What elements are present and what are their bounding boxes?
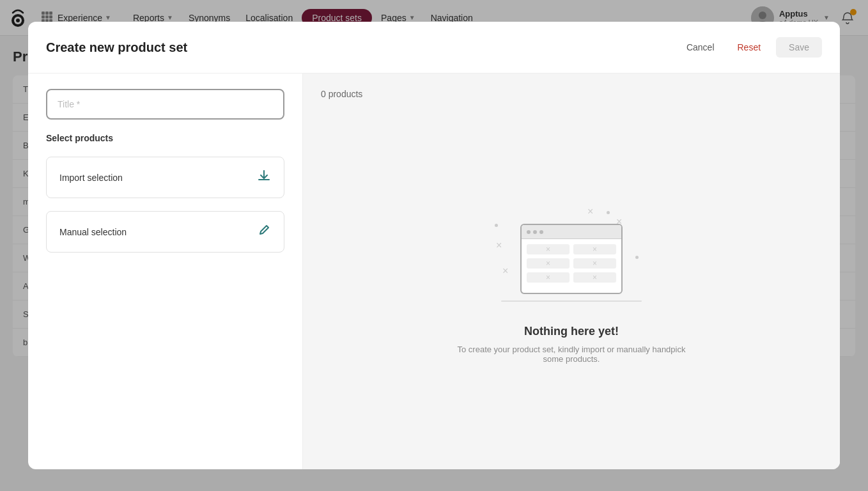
modal-title: Create new product set [46, 40, 187, 55]
modal-body: Select products Import selection Manual … [28, 74, 840, 469]
modal-header: Create new product set Cancel Reset Save [28, 22, 840, 74]
browser-cell4: × [573, 258, 616, 269]
deco-dot1 [495, 224, 498, 227]
cell-x3: × [546, 259, 550, 268]
browser-body: × × × × × × [522, 239, 621, 288]
download-icon [257, 169, 271, 186]
products-count: 0 products [321, 89, 362, 99]
right-panel: 0 products × × × × [303, 74, 840, 469]
manual-selection-card[interactable]: Manual selection [46, 211, 284, 253]
import-selection-card[interactable]: Import selection [46, 157, 284, 198]
cell-x4: × [593, 259, 597, 268]
create-product-set-modal: Create new product set Cancel Reset Save… [28, 22, 840, 469]
browser-cell3: × [527, 258, 570, 269]
left-panel: Select products Import selection Manual … [28, 74, 303, 469]
manual-selection-label: Manual selection [59, 227, 127, 237]
cell-x1: × [546, 245, 550, 254]
save-button[interactable]: Save [776, 37, 822, 58]
modal-actions: Cancel Reset Save [679, 37, 822, 58]
edit-icon [257, 223, 271, 240]
browser-cell6: × [573, 272, 616, 283]
select-products-label: Select products [46, 132, 284, 144]
browser-top-bar [522, 225, 621, 239]
browser-window: × × × × × × [520, 224, 623, 294]
cell-x5: × [546, 273, 550, 282]
deco-x3: × [496, 240, 502, 251]
cell-x6: × [593, 273, 597, 282]
reset-button[interactable]: Reset [730, 37, 769, 58]
cell-x2: × [593, 245, 597, 254]
empty-illustration: × × × × [321, 114, 822, 454]
empty-desc: To create your product set, kindly impor… [450, 345, 693, 364]
browser-cell2: × [573, 244, 616, 254]
deco-dot3 [635, 256, 639, 259]
ground-line [501, 300, 642, 302]
title-input[interactable] [46, 89, 284, 120]
browser-dot2 [533, 230, 537, 234]
cancel-button[interactable]: Cancel [679, 37, 722, 58]
browser-cell5: × [527, 272, 570, 283]
modal-overlay[interactable]: Create new product set Cancel Reset Save… [0, 0, 868, 491]
illustration-graphic: × × × × [488, 205, 655, 307]
empty-title: Nothing here yet! [524, 325, 619, 338]
deco-dot2 [607, 211, 610, 214]
browser-dot1 [527, 230, 531, 234]
import-selection-label: Import selection [59, 173, 123, 183]
browser-dot3 [539, 230, 543, 234]
deco-x1: × [587, 206, 593, 217]
browser-cell1: × [527, 244, 570, 254]
deco-x4: × [502, 265, 508, 277]
